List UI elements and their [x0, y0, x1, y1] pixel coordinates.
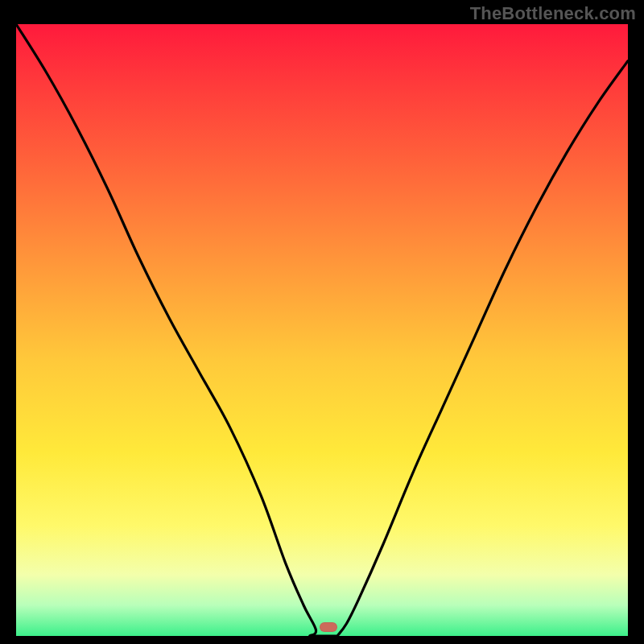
- curve-svg: [16, 24, 628, 636]
- plot-area: [16, 24, 628, 636]
- notch-marker: [320, 622, 337, 632]
- watermark-text: TheBottleneck.com: [470, 3, 636, 24]
- bottleneck-curve-path: [16, 24, 628, 636]
- chart-frame: TheBottleneck.com: [0, 0, 644, 644]
